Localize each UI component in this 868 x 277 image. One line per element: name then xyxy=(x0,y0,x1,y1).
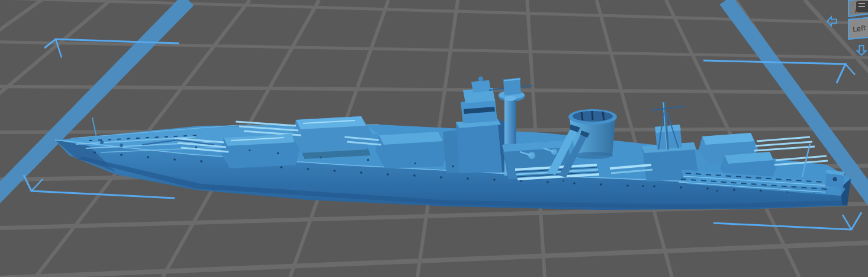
rotate-down-arrow-icon[interactable] xyxy=(855,44,868,57)
view-cube-left-label: Left xyxy=(852,23,866,33)
view-cube-left-face[interactable]: Left xyxy=(848,17,868,40)
scene-canvas xyxy=(0,0,868,277)
rotate-left-arrow-icon[interactable] xyxy=(825,15,838,28)
bbox-corner-bottom-right xyxy=(713,212,861,230)
corner-menu-icon[interactable] xyxy=(856,1,868,12)
viewport-3d[interactable]: Top Left xyxy=(0,0,868,277)
